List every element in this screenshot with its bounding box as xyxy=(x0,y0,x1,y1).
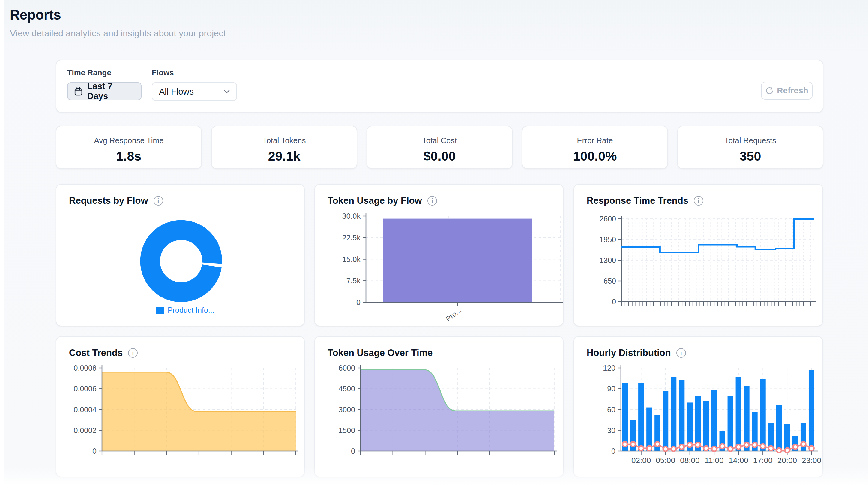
svg-text:14:00: 14:00 xyxy=(729,456,748,465)
token-usage-by-flow-card: Token Usage by Flow i 07.5k15.0k22.5k30.… xyxy=(314,184,564,326)
info-icon[interactable]: i xyxy=(427,196,437,206)
stat-value: 350 xyxy=(678,149,823,164)
svg-text:0.0002: 0.0002 xyxy=(74,426,97,435)
time-range-group: Time Range Last 7 Days xyxy=(67,68,142,100)
refresh-icon xyxy=(765,87,773,95)
svg-text:20:00: 20:00 xyxy=(777,456,797,465)
token-usage-over-time-card: Token Usage Over Time 01500300045006000 xyxy=(314,336,564,477)
svg-text:60: 60 xyxy=(607,405,616,414)
svg-text:22.5k: 22.5k xyxy=(342,233,361,242)
info-icon[interactable]: i xyxy=(154,196,163,206)
svg-text:1950: 1950 xyxy=(599,235,616,244)
svg-text:Pro...: Pro... xyxy=(444,306,463,323)
hourly-distribution-card: Hourly Distribution i 030609012002:0005:… xyxy=(574,336,823,477)
chart-title: Cost Trends xyxy=(69,347,123,358)
time-range-label: Time Range xyxy=(67,68,142,78)
refresh-button[interactable]: Refresh xyxy=(761,82,812,99)
chart-title: Response Time Trends xyxy=(587,195,688,206)
svg-text:2600: 2600 xyxy=(599,215,616,223)
response-time-trends-card: Response Time Trends i 0650130019502600 xyxy=(574,184,823,326)
svg-text:650: 650 xyxy=(603,277,616,285)
response-time-trends-line-chart: 0650130019502600 xyxy=(574,210,824,327)
chevron-down-icon xyxy=(224,90,230,93)
page-left-edge xyxy=(0,0,4,485)
requests-by-flow-donut-chart: Product Info... xyxy=(56,210,305,327)
calendar-icon xyxy=(74,87,83,96)
svg-text:7.5k: 7.5k xyxy=(346,277,361,285)
time-range-button[interactable]: Last 7 Days xyxy=(67,82,142,100)
stat-value: 100.0% xyxy=(523,149,668,164)
flows-label: Flows xyxy=(152,68,237,78)
filter-bar: Time Range Last 7 Days Flows All Flows xyxy=(56,60,823,113)
svg-text:08:00: 08:00 xyxy=(680,456,700,465)
cost-trends-card: Cost Trends i 00.00020.00040.00060.0008 xyxy=(56,336,305,477)
stat-value: 29.1k xyxy=(212,149,356,164)
stat-label: Total Requests xyxy=(678,136,823,145)
refresh-label: Refresh xyxy=(777,86,808,95)
page-title: Reports xyxy=(10,7,226,23)
svg-text:1500: 1500 xyxy=(338,426,355,435)
stat-card-total-tokens: Total Tokens 29.1k xyxy=(211,126,357,169)
svg-text:4500: 4500 xyxy=(338,384,355,393)
svg-text:23:00: 23:00 xyxy=(802,456,821,465)
svg-text:17:00: 17:00 xyxy=(753,456,773,465)
info-icon[interactable]: i xyxy=(128,348,138,358)
svg-text:Product Info...: Product Info... xyxy=(168,306,214,314)
svg-text:02:00: 02:00 xyxy=(631,456,651,465)
stat-label: Total Tokens xyxy=(212,136,356,145)
page-subtitle: View detailed analytics and insights abo… xyxy=(10,28,226,38)
stat-card-total-requests: Total Requests 350 xyxy=(677,126,823,169)
chart-title: Requests by Flow xyxy=(69,195,148,206)
svg-text:0: 0 xyxy=(612,297,616,306)
cost-trends-area-chart: 00.00020.00040.00060.0008 xyxy=(56,361,305,478)
svg-text:90: 90 xyxy=(607,384,616,393)
info-icon[interactable]: i xyxy=(694,196,703,206)
requests-by-flow-card: Requests by Flow i Product Info... xyxy=(56,184,305,326)
svg-text:120: 120 xyxy=(603,364,616,372)
chart-title: Token Usage Over Time xyxy=(328,347,433,358)
hourly-distribution-combo-chart: 030609012002:0005:0008:0011:0014:0017:00… xyxy=(574,361,824,478)
flows-select[interactable]: All Flows xyxy=(152,82,237,101)
page-header: Reports View detailed analytics and insi… xyxy=(10,7,226,38)
stat-card-total-cost: Total Cost $0.00 xyxy=(367,126,513,169)
flows-selected-value: All Flows xyxy=(159,87,194,97)
svg-text:0: 0 xyxy=(351,447,355,455)
stat-value: 1.8s xyxy=(56,149,201,164)
svg-text:30.0k: 30.0k xyxy=(342,212,361,220)
svg-text:15.0k: 15.0k xyxy=(342,255,361,263)
flows-group: Flows All Flows xyxy=(152,68,237,101)
chart-title: Token Usage by Flow xyxy=(328,195,422,206)
stat-label: Avg Response Time xyxy=(56,136,201,145)
stat-value: $0.00 xyxy=(367,149,512,164)
stat-card-avg-response-time: Avg Response Time 1.8s xyxy=(56,126,202,169)
stat-card-error-rate: Error Rate 100.0% xyxy=(522,126,668,169)
svg-text:30: 30 xyxy=(607,426,616,435)
svg-text:0.0006: 0.0006 xyxy=(74,384,97,393)
stat-label: Total Cost xyxy=(367,136,512,145)
svg-text:0: 0 xyxy=(92,447,97,455)
svg-text:0: 0 xyxy=(611,447,616,455)
stat-label: Error Rate xyxy=(523,136,668,145)
svg-text:0: 0 xyxy=(356,298,361,307)
svg-text:1300: 1300 xyxy=(599,256,616,264)
svg-text:3000: 3000 xyxy=(338,405,355,414)
token-usage-over-time-area-chart: 01500300045006000 xyxy=(315,361,564,478)
token-usage-by-flow-bar-chart: 07.5k15.0k22.5k30.0kPro... xyxy=(315,210,564,327)
svg-text:11:00: 11:00 xyxy=(705,456,723,465)
svg-text:0.0008: 0.0008 xyxy=(74,364,97,372)
time-range-value: Last 7 Days xyxy=(87,81,135,101)
chart-title: Hourly Distribution xyxy=(587,347,671,358)
svg-text:0.0004: 0.0004 xyxy=(74,405,97,414)
svg-text:05:00: 05:00 xyxy=(656,456,675,465)
info-icon[interactable]: i xyxy=(676,348,686,358)
svg-text:6000: 6000 xyxy=(338,364,355,372)
